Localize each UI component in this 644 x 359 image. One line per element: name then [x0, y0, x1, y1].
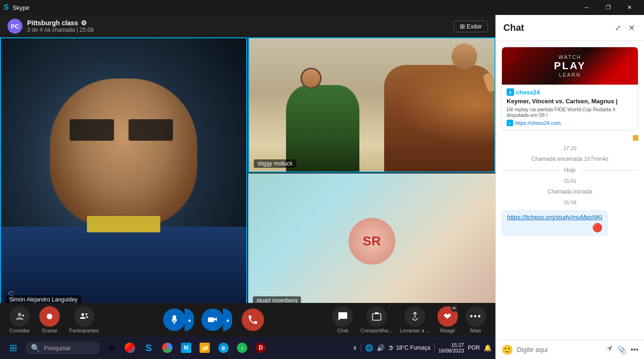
reagir-label: Reagir [440, 328, 455, 333]
participantes-icon [74, 306, 94, 327]
simon-head [50, 79, 197, 227]
chess-ad-image: ♟ WATCH PLAY LEARN [502, 47, 638, 85]
search-bar[interactable]: 🔍 Pesquisar [25, 342, 100, 354]
call-subtitle: 3 de 4 na chamada | 25:08 [27, 27, 94, 33]
taskbar-app7-icon[interactable]: D [252, 338, 269, 357]
convidar-label: Convidar [9, 328, 30, 333]
msg-time-1508: 15:08 [501, 200, 638, 205]
taskbar-spotify-icon[interactable]: ♪ [234, 338, 250, 357]
learn-label: LEARN [554, 72, 586, 78]
taskbar-chrome-icon[interactable] [159, 338, 176, 357]
compartilhar-icon [366, 306, 387, 327]
chat-header-icons: ⤢ ✕ [613, 22, 637, 34]
taskbar-view-icon[interactable]: ⊞ [103, 338, 120, 357]
reagir-icon: ❤ ✏ [437, 306, 458, 327]
title-bar: S Skype ─ ❐ ✕ [0, 0, 644, 15]
video-expand-button[interactable]: ▲ [223, 309, 232, 331]
start-button[interactable]: ⊞ [4, 338, 22, 357]
exibir-button[interactable]: ⊞ Exibir [454, 21, 488, 32]
msg-system-started: Chamada iniciada [501, 188, 638, 195]
video-cell-simon: S Simón Alejandro Languidey [0, 37, 247, 309]
participantes-label: Participantes [69, 328, 99, 333]
end-call-button[interactable] [242, 309, 264, 331]
chat-label: Chat [337, 328, 348, 333]
video-cell-stiggy: stiggy molluck [248, 37, 495, 172]
msg-link-bubble[interactable]: https://lichess.org/study/muMpoNKi 🔴 [501, 210, 608, 237]
reagir-button[interactable]: ❤ ✏ Reagir [437, 306, 458, 333]
chat-button[interactable]: Chat [332, 306, 353, 333]
levantar-button[interactable]: Levantar a ... [400, 306, 430, 333]
chess-ad-link[interactable]: c https://chess24.com [507, 120, 633, 126]
mic-button[interactable] [163, 309, 186, 331]
emoji-button[interactable]: 🙂 [501, 344, 513, 355]
taskbar-edge-icon[interactable]: e [215, 338, 232, 357]
msg-divider-hoje: Hoje [501, 167, 638, 173]
taskbar-divider [361, 343, 361, 352]
window-controls: ─ ❐ ✕ [576, 0, 640, 15]
reagir-edit-icon: ✏ [451, 304, 458, 312]
taskbar-store-icon[interactable]: M [178, 338, 194, 357]
toolbar: Convidar Gravar Participantes ▲ [0, 303, 495, 337]
taskbar-speaker-icon: 🔊 [377, 344, 385, 352]
more-chat-button[interactable]: ••• [630, 345, 638, 354]
close-button[interactable]: ✕ [619, 0, 640, 15]
simon-glasses-left [70, 119, 114, 141]
taskbar-browser-icon[interactable] [122, 338, 138, 357]
taskbar-app-icons: ⊞ S M 📁 e ♪ D [103, 338, 269, 357]
chat-input[interactable] [517, 346, 601, 353]
video-button[interactable] [201, 309, 224, 331]
notification-area [501, 135, 638, 141]
taskbar-datetime: 15:27 16/08/2023 [438, 342, 464, 353]
app-name: Skype [13, 4, 29, 11]
minimize-button[interactable]: ─ [576, 0, 597, 15]
lichess-link[interactable]: https://lichess.org/study/muMpoNKi [507, 214, 602, 221]
msg-time-1720: 17:20 [501, 145, 638, 151]
chat-title: Chat [503, 22, 524, 33]
video-bg-simon [1, 38, 246, 308]
search-icon: 🔍 [31, 344, 40, 352]
gravar-icon [39, 306, 60, 327]
send-button[interactable] [605, 345, 614, 355]
chat-messages: ♟ WATCH PLAY LEARN c chess24 Keymer, Vin… [496, 41, 644, 340]
compartilhar-button[interactable]: Compartilha... [360, 306, 392, 333]
participant-label-stiggy: stiggy molluck [254, 159, 296, 168]
compartilhar-label: Compartilha... [360, 328, 392, 333]
mic-expand-button[interactable]: ▲ [185, 309, 194, 331]
taskbar-notification-icon[interactable]: 🔔 [484, 344, 492, 352]
taskbar-expand-icon[interactable]: ∧ [353, 345, 357, 351]
attach-button[interactable]: 📎 [617, 345, 627, 354]
taskbar-skype-icon[interactable]: S [140, 338, 157, 357]
chess-ad-desc: Dê replay na partida FIDE World Cup Roda… [507, 107, 633, 118]
participantes-button[interactable]: Participantes [69, 306, 99, 333]
skype-logo-icon: S [4, 3, 9, 12]
gravar-label: Gravar [42, 328, 57, 333]
video-bg-stiggy [249, 38, 494, 172]
settings-icon[interactable]: ⚙ [81, 19, 87, 27]
convidar-button[interactable]: Convidar [9, 306, 30, 333]
restore-button[interactable]: ❐ [597, 0, 619, 15]
weather-icon: 🌫 [388, 345, 394, 351]
video-group: ▲ [201, 309, 232, 331]
video-cell-stuart: SR stuart rosenberg [248, 173, 495, 309]
gravar-button[interactable]: Gravar [39, 306, 60, 333]
call-header: PC Pittsburgh class ⚙ 3 de 4 na chamada … [0, 15, 495, 37]
chess-ad-card[interactable]: ♟ WATCH PLAY LEARN c chess24 Keymer, Vin… [501, 47, 638, 130]
mais-button[interactable]: ••• Mais [465, 306, 486, 333]
call-title: Pittsburgh class ⚙ [27, 19, 94, 27]
chat-close-button[interactable]: ✕ [627, 22, 637, 34]
msg-reaction: 🔴 [507, 223, 602, 233]
reaction-icon: 🔴 [592, 223, 602, 233]
levantar-label: Levantar a ... [400, 328, 430, 333]
simon-glasses-right [129, 119, 173, 141]
taskbar-explorer-icon[interactable]: 📁 [196, 338, 213, 357]
convidar-icon [9, 306, 30, 327]
toolbar-right-group: Chat Compartilha... Levantar a ... ❤ ✏ R… [332, 306, 486, 333]
taskbar-language: POR [468, 345, 480, 351]
chess-ad-title: Keymer, Vincent vs. Carlsen, Magnus | [507, 98, 633, 105]
call-info: PC Pittsburgh class ⚙ 3 de 4 na chamada … [7, 19, 94, 34]
chat-expand-button[interactable]: ⤢ [613, 22, 623, 34]
taskbar-divider2 [434, 343, 435, 352]
title-bar-left: S Skype [4, 3, 29, 12]
windows-logo-icon: ⊞ [9, 342, 17, 353]
mais-icon: ••• [465, 306, 486, 327]
